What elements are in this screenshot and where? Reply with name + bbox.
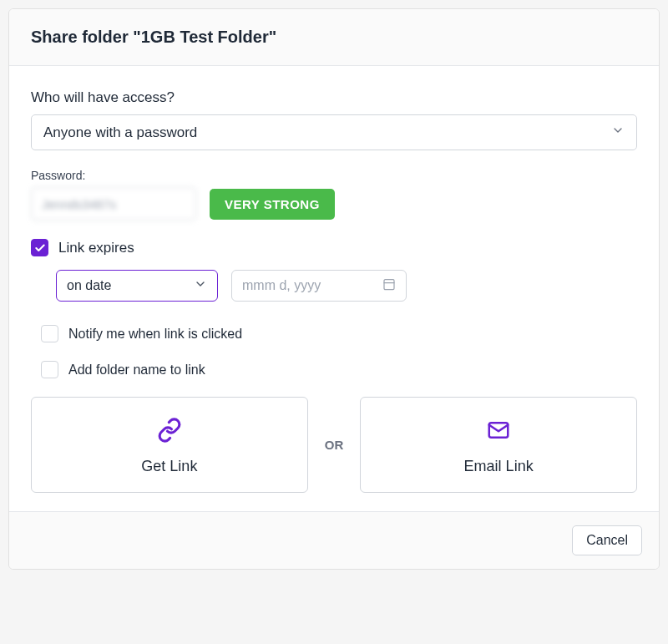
additional-options: Notify me when link is clicked Add folde… (41, 325, 637, 378)
add-folder-name-checkbox[interactable] (41, 361, 58, 378)
add-folder-name-row: Add folder name to link (41, 361, 637, 378)
get-link-button[interactable]: Get Link (31, 397, 308, 493)
expire-date-input[interactable]: mmm d, yyyy (231, 270, 407, 302)
dialog-footer: Cancel (9, 511, 659, 569)
svg-rect-0 (384, 280, 394, 290)
envelope-icon (486, 418, 511, 446)
get-link-label: Get Link (141, 458, 197, 475)
expire-mode-value: on date (67, 278, 111, 293)
share-folder-dialog: Share folder "1GB Test Folder" Who will … (8, 8, 660, 570)
password-strength-badge: VERY STRONG (210, 189, 335, 220)
dialog-header: Share folder "1GB Test Folder" (9, 9, 659, 66)
link-expires-label: Link expires (58, 240, 134, 256)
expire-date-placeholder: mmm d, yyyy (242, 278, 321, 293)
password-input[interactable] (31, 187, 196, 221)
access-select[interactable]: Anyone with a password (31, 114, 637, 150)
notify-checkbox[interactable] (41, 325, 58, 342)
password-label: Password: (31, 169, 637, 182)
access-selected-value: Anyone with a password (43, 124, 197, 141)
add-folder-name-label: Add folder name to link (68, 363, 205, 378)
expire-controls: on date mmm d, yyyy (56, 270, 637, 302)
email-link-label: Email Link (464, 458, 534, 475)
cancel-button[interactable]: Cancel (572, 525, 642, 555)
dialog-body: Who will have access? Anyone with a pass… (9, 66, 659, 511)
link-expires-row: Link expires (31, 239, 637, 256)
link-icon (157, 418, 182, 446)
expire-mode-select[interactable]: on date (56, 270, 218, 302)
notify-label: Notify me when link is clicked (68, 327, 242, 342)
dialog-title: Share folder "1GB Test Folder" (31, 28, 637, 47)
password-row: VERY STRONG (31, 187, 637, 221)
notify-row: Notify me when link is clicked (41, 325, 637, 342)
chevron-down-icon (611, 124, 625, 141)
email-link-button[interactable]: Email Link (360, 397, 637, 493)
access-section: Who will have access? Anyone with a pass… (31, 89, 637, 150)
chevron-down-icon (194, 277, 207, 294)
link-expires-checkbox[interactable] (31, 239, 48, 256)
calendar-icon (382, 277, 396, 294)
password-section: Password: VERY STRONG (31, 169, 637, 221)
or-separator: OR (308, 438, 361, 452)
action-row: Get Link OR Email Link (31, 397, 637, 493)
access-label: Who will have access? (31, 89, 637, 106)
